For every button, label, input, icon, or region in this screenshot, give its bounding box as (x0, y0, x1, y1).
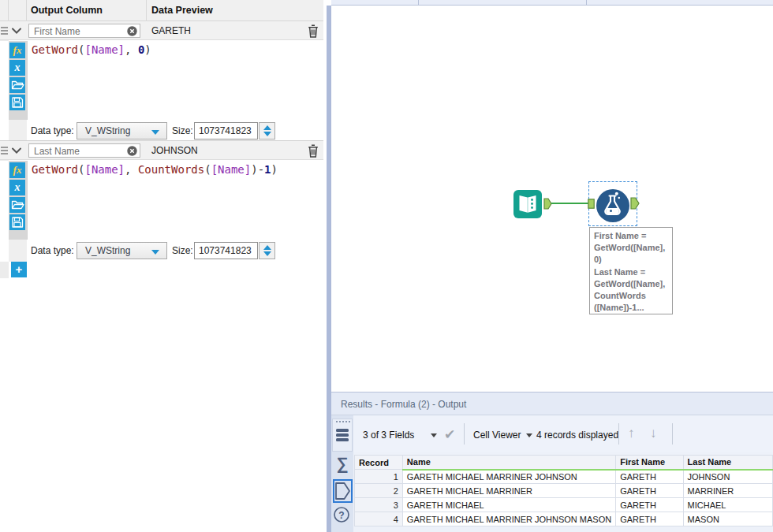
column-header[interactable]: Last Name (683, 456, 772, 470)
table-cell[interactable]: GARETH MICHAEL MARRINER JOHNSON (402, 470, 615, 484)
table-cell[interactable]: MASON (683, 512, 772, 526)
svg-text:?: ? (338, 510, 344, 521)
annotation-line: GetWord([Name], (594, 278, 668, 290)
size-input[interactable] (194, 242, 258, 259)
open-expression-icon[interactable] (9, 197, 25, 213)
data-type-label: Data type: (31, 245, 74, 256)
fields-dropdown[interactable]: 3 of 3 Fields (363, 430, 414, 441)
table-cell[interactable]: MICHAEL (683, 498, 772, 512)
editor-icon-column: fx x (9, 161, 27, 240)
table-cell[interactable]: GARETH MICHAEL MARRINER (402, 484, 615, 498)
column-header[interactable]: Record (355, 456, 403, 470)
clear-icon[interactable] (127, 26, 137, 36)
annotation-line: CountWords (594, 290, 668, 302)
delete-expression-icon[interactable] (308, 143, 319, 158)
workflow-canvas[interactable]: First Name =GetWord([Name],0)Last Name =… (331, 0, 773, 392)
metadata-sigma-icon[interactable]: ∑ (333, 454, 352, 473)
table-cell[interactable]: GARETH (616, 470, 683, 484)
expression-code-area[interactable]: GetWord([Name], 0) (27, 41, 323, 120)
chevron-down-icon[interactable] (431, 433, 437, 437)
table-cell[interactable]: GARETH (616, 498, 683, 512)
save-expression-icon[interactable] (9, 95, 25, 110)
drag-dots-icon (336, 421, 350, 423)
size-label: Size: (172, 125, 193, 136)
variables-icon[interactable]: x (9, 180, 25, 195)
chevron-down-icon[interactable] (526, 433, 532, 437)
table-cell[interactable]: 4 (355, 512, 403, 526)
open-expression-icon[interactable] (9, 77, 25, 93)
column-header[interactable]: First Name (616, 456, 683, 470)
expression-editor-2[interactable]: fx x GetWord([Name], CountWords([Name])-… (0, 161, 323, 240)
data-type-select[interactable]: V_WString (77, 122, 167, 140)
delete-expression-icon[interactable] (308, 24, 319, 38)
results-header[interactable]: Results - Formula (2) - Output (331, 392, 773, 415)
divider (464, 423, 465, 445)
table-cell[interactable]: GARETH (616, 484, 683, 498)
add-expression-button[interactable]: + (11, 262, 27, 277)
divider (146, 0, 147, 21)
chevron-down-icon[interactable] (11, 25, 25, 36)
input-anchor[interactable] (588, 199, 595, 209)
output-anchor[interactable] (630, 197, 640, 210)
data-type-select[interactable]: V_WString (77, 242, 167, 259)
drag-handle-icon[interactable] (1, 25, 8, 36)
output-column-input[interactable]: First Name (28, 24, 140, 38)
scroll-down-icon[interactable]: ↓ (650, 426, 657, 441)
column-header[interactable]: Name (402, 456, 615, 470)
output-column-input[interactable]: Last Name (28, 143, 140, 158)
table-row: 4GARETH MICHAEL MARRINER JOHNSON MASONGA… (355, 512, 773, 526)
size-stepper[interactable] (259, 122, 275, 140)
table-cell[interactable]: 3 (355, 498, 403, 512)
help-icon[interactable]: ? (333, 506, 352, 523)
connector-line[interactable] (551, 203, 589, 204)
divider (8, 0, 9, 21)
expression-row-header: First Name GARETH (0, 21, 323, 40)
table-cell[interactable]: 1 (355, 470, 403, 484)
editor-icon-column: fx x (9, 41, 27, 120)
table-cell[interactable]: GARETH MICHAEL (402, 498, 615, 512)
results-table: RecordNameFirst NameLast Name 1GARETH MI… (354, 455, 773, 526)
annotation-line: ([Name])-1... (594, 302, 668, 314)
expression-code: GetWord([Name], 0) (32, 43, 151, 56)
formula-tool[interactable] (596, 188, 630, 223)
save-expression-icon[interactable] (9, 214, 25, 230)
variables-icon[interactable]: x (9, 60, 25, 76)
size-stepper[interactable] (259, 242, 275, 259)
annotation-line: First Name = (594, 230, 668, 242)
expression-editor-1[interactable]: fx x GetWord([Name], 0) (0, 41, 323, 120)
annotation-line: 0) (594, 254, 668, 266)
table-header-row: RecordNameFirst NameLast Name (355, 456, 773, 470)
functions-icon[interactable]: fx (9, 162, 25, 178)
table-cell[interactable]: 2 (355, 484, 403, 498)
tool-annotation[interactable]: First Name =GetWord([Name],0)Last Name =… (589, 227, 673, 314)
chevron-down-icon (151, 130, 159, 135)
clear-icon[interactable] (127, 146, 137, 156)
input-data-tool[interactable] (513, 189, 543, 219)
table-cell[interactable]: GARETH MICHAEL MARRINER JOHNSON MASON (402, 512, 615, 526)
functions-icon[interactable]: fx (9, 43, 25, 58)
drag-handle-icon[interactable] (1, 145, 8, 156)
table-cell[interactable]: JOHNSON (683, 470, 772, 484)
table-cell[interactable]: GARETH (616, 512, 683, 526)
apply-check-icon[interactable]: ✔ (444, 426, 455, 443)
records-displayed-text: 4 records displayed (536, 430, 618, 441)
scroll-up-icon[interactable]: ↑ (628, 426, 635, 441)
annotation-line: GetWord([Name], (594, 242, 668, 254)
config-column-headers: Output Column Data Preview (0, 0, 323, 21)
table-row: 2GARETH MICHAEL MARRINERGARETHMARRINER (355, 484, 773, 498)
divider (618, 423, 619, 445)
divider (672, 423, 673, 445)
results-toolbar: 3 of 3 Fields ✔ Cell Viewer 4 records di… (353, 415, 773, 452)
data-preview-value: GARETH (151, 25, 191, 36)
cell-viewer-dropdown[interactable]: Cell Viewer (473, 430, 521, 441)
chevron-down-icon[interactable] (11, 145, 25, 156)
size-input[interactable] (194, 122, 258, 140)
data-preview-header: Data Preview (151, 5, 213, 16)
results-config-button[interactable] (332, 419, 353, 452)
table-cell[interactable]: MARRINER (683, 484, 772, 498)
config-bars-icon (336, 427, 349, 443)
results-title: Results - Formula (2) - Output (341, 399, 466, 410)
data-view-icon[interactable] (333, 479, 353, 503)
expression-code-area[interactable]: GetWord([Name], CountWords([Name])-1) (27, 161, 323, 240)
data-type-label: Data type: (31, 125, 74, 136)
